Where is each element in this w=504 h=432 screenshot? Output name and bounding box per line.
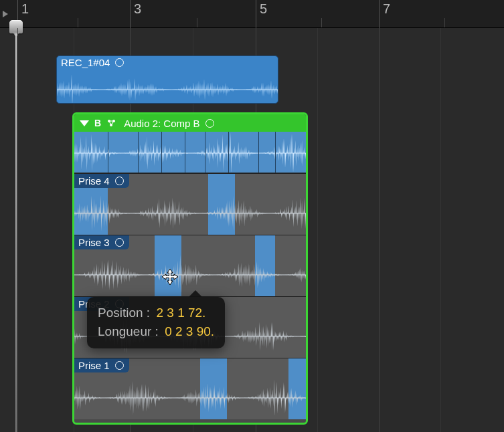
take-label: Prise 3 [74, 235, 129, 249]
bar-number: 1 [21, 1, 29, 17]
tooltip-length-label: Longueur : [98, 324, 159, 338]
tooltip-position-label: Position : [98, 306, 150, 320]
take-row[interactable]: Prise 4 [74, 173, 306, 235]
bar-number: 7 [383, 1, 390, 17]
position-tooltip: Position : 2 3 1 72. Longueur : 0 2 3 90… [87, 297, 225, 348]
take-row[interactable]: Prise 3 [74, 235, 306, 296]
take-folder-title: Audio 2: Comp B [124, 118, 199, 129]
comp-icon[interactable] [106, 118, 118, 128]
bar-number: 5 [260, 1, 267, 17]
comp-row[interactable] [74, 132, 306, 173]
take-row[interactable]: Prise 1 [74, 358, 306, 419]
take-label: Prise 4 [74, 174, 129, 188]
clip-name-label: REC_1#04 [61, 57, 110, 68]
loop-icon [115, 361, 124, 370]
bar-number: 3 [134, 1, 141, 17]
tooltip-length-value: 0 2 3 90. [165, 324, 214, 338]
timeline-ruler[interactable]: 1357 [0, 0, 504, 28]
tracks-workspace: REC_1#04 B Audio 2: Comp B Prise 4Prise … [0, 28, 504, 432]
take-label: Prise 1 [74, 358, 129, 372]
take-folder[interactable]: B Audio 2: Comp B Prise 4Prise 3Prise 2P… [72, 112, 308, 425]
loop-icon [115, 238, 124, 247]
loop-icon [115, 177, 124, 185]
audio-clip-rec1-04[interactable]: REC_1#04 [56, 56, 278, 104]
clip-waveform [57, 71, 278, 103]
tooltip-position-value: 2 3 1 72. [156, 306, 205, 320]
loop-icon [115, 58, 124, 67]
disclosure-triangle-icon[interactable] [80, 120, 89, 126]
comp-letter-label: B [94, 118, 101, 128]
take-folder-header[interactable]: B Audio 2: Comp B [74, 114, 306, 132]
loop-icon [205, 119, 214, 128]
